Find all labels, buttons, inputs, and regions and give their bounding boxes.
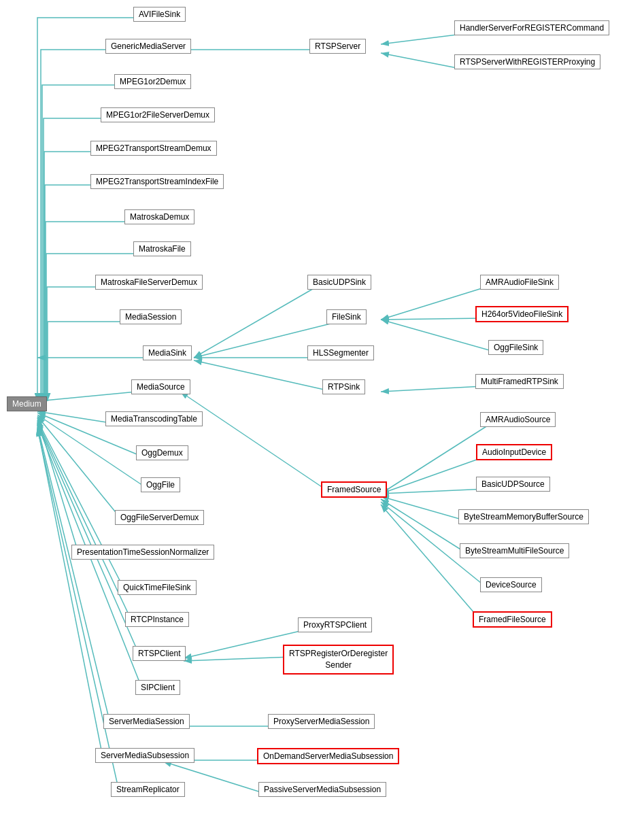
- node-oggdemux: OggDemux: [136, 445, 188, 460]
- node-audioinputdevice: AudioInputDevice: [476, 444, 552, 460]
- node-oggfileserverdemux: OggFileServerDemux: [115, 510, 204, 525]
- node-framedsource: FramedSource: [321, 481, 387, 498]
- node-medium: Medium: [7, 396, 47, 411]
- node-genericmediaserver: GenericMediaServer: [105, 39, 191, 54]
- node-devicesource: DeviceSource: [480, 577, 542, 592]
- node-sipclient: SIPClient: [135, 680, 180, 695]
- node-quicktimefilesink: QuickTimeFileSink: [118, 580, 197, 595]
- node-handlerserver: HandlerServerForREGISTERCommand: [454, 20, 609, 35]
- node-rtspregister: RTSPRegisterOrDeregisterSender: [283, 645, 394, 675]
- node-mpeg2transportstreamindexfile: MPEG2TransportStreamIndexFile: [90, 174, 224, 189]
- node-ondemandservermediasubsession: OnDemandServerMediaSubsession: [257, 748, 399, 764]
- node-servermediasubsession: ServerMediaSubsession: [95, 748, 194, 763]
- node-basicudpsink: BasicUDPSink: [307, 275, 371, 290]
- node-multiframedrtpsink: MultiFramedRTPSink: [475, 374, 564, 389]
- node-servermediasession: ServerMediaSession: [103, 714, 190, 729]
- node-mpeg2transportstreamdemux: MPEG2TransportStreamDemux: [90, 141, 217, 156]
- node-matroskafile: MatroskaFile: [133, 241, 191, 256]
- node-passiveservermediasubsession: PassiveServerMediaSubsession: [258, 782, 386, 797]
- diagram-container: Medium AVIFileSink GenericMediaServer RT…: [0, 0, 644, 818]
- node-basicudpsource: BasicUDPSource: [476, 477, 550, 492]
- node-h264or5videofilesink: H264or5VideoFileSink: [475, 306, 569, 322]
- node-proxyrtspclient: ProxyRTSPClient: [298, 617, 372, 632]
- arrows-svg: [0, 0, 644, 818]
- node-rtcpinstance: RTCPInstance: [125, 612, 189, 627]
- node-bytestreammemory: ByteStreamMemoryBufferSource: [458, 509, 589, 524]
- node-oggfilesink: OggFileSink: [488, 340, 543, 355]
- node-oggfile: OggFile: [141, 477, 180, 492]
- node-bytestreammultifile: ByteStreamMultiFileSource: [460, 543, 569, 558]
- node-presentationtimesessionnormalizer: PresentationTimeSessionNormalizer: [71, 545, 214, 560]
- node-matroskafileserverdemux: MatroskaFileServerDemux: [95, 275, 203, 290]
- node-rtpsink: RTPSink: [322, 379, 365, 394]
- node-rtspserver: RTSPServer: [309, 39, 366, 54]
- node-mpeg1or2demux: MPEG1or2Demux: [114, 74, 191, 89]
- node-avifilesink: AVIFileSink: [133, 7, 186, 22]
- node-rtspserverwithregister: RTSPServerWithREGISTERProxying: [454, 54, 600, 69]
- node-streamreplicator: StreamReplicator: [111, 782, 185, 797]
- node-proxyservermediasession: ProxyServerMediaSession: [268, 714, 375, 729]
- node-amraudiofilesink: AMRAudioFileSink: [480, 275, 559, 290]
- node-framedfilesource: FramedFileSource: [473, 611, 552, 628]
- node-rtspclient: RTSPClient: [133, 646, 186, 661]
- node-mediasink: MediaSink: [143, 345, 192, 360]
- node-mediasource: MediaSource: [131, 379, 190, 394]
- node-hlssegmenter: HLSSegmenter: [307, 345, 374, 360]
- node-mpeg1or2fileserverdemux: MPEG1or2FileServerDemux: [101, 107, 215, 122]
- node-matroskaademux: MatroskaDemux: [124, 209, 194, 224]
- node-amraudiosource: AMRAudioSource: [480, 412, 556, 427]
- node-mediasession: MediaSession: [120, 309, 182, 324]
- node-mediatranscodingtable: MediaTranscodingTable: [105, 411, 203, 426]
- node-filesink: FileSink: [326, 309, 367, 324]
